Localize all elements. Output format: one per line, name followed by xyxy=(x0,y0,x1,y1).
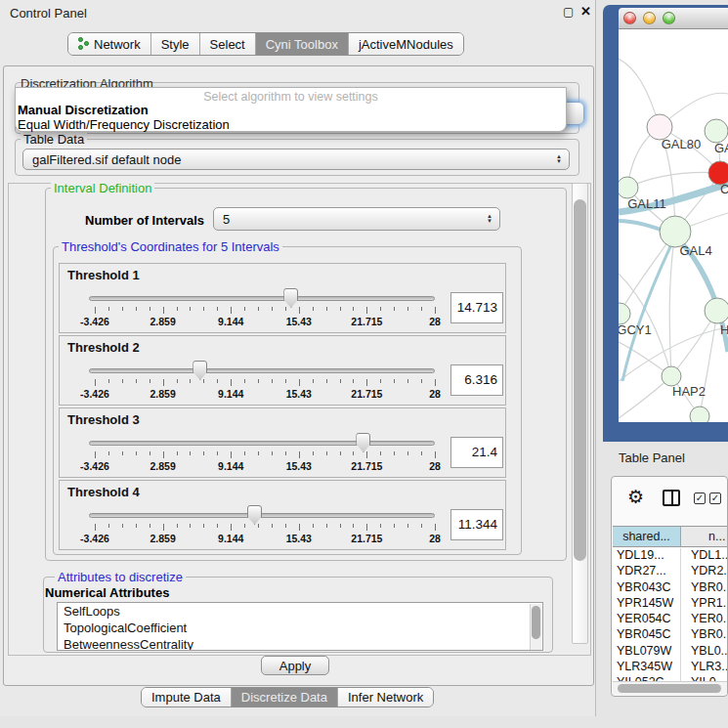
cell-name[interactable]: YBL0... xyxy=(681,644,728,660)
cell-shared-name[interactable]: YBR045C xyxy=(613,627,681,643)
tick-mark xyxy=(340,379,341,383)
tick-label: -3.426 xyxy=(80,533,109,544)
table-scrollbar-thumb[interactable] xyxy=(618,684,721,693)
cell-name[interactable]: YER0... xyxy=(681,612,728,627)
split-columns-icon[interactable] xyxy=(663,490,680,506)
attributes-scrollbar[interactable] xyxy=(530,604,541,651)
tab-infer-network[interactable]: Infer Network xyxy=(338,688,433,707)
tab-style[interactable]: Style xyxy=(151,33,200,55)
network-window-titlebar[interactable] xyxy=(619,8,728,29)
column-header-shared[interactable]: shared... xyxy=(613,527,681,546)
network-node[interactable] xyxy=(690,407,709,422)
panel-scrollbar[interactable] xyxy=(572,183,588,644)
network-node[interactable] xyxy=(619,303,630,324)
threshold-3-value-field[interactable]: 21.4 xyxy=(450,437,503,468)
checked-checkbox-icon[interactable]: ✓ xyxy=(709,492,721,504)
float-window-icon[interactable]: ▢ xyxy=(563,5,574,19)
tab-network[interactable]: Network xyxy=(68,33,151,55)
cell-shared-name[interactable]: YBR043C xyxy=(613,580,681,596)
cell-name[interactable]: YBR0... xyxy=(681,580,728,596)
tick-mark xyxy=(203,524,204,528)
table-horizontal-scrollbar[interactable] xyxy=(613,681,728,695)
threshold-4-value-field[interactable]: 11.344 xyxy=(450,509,503,540)
cell-name[interactable]: YPR1... xyxy=(681,596,728,612)
close-icon[interactable]: ✕ xyxy=(580,4,591,19)
attribute-list-item[interactable]: TopologicalCoefficient xyxy=(58,620,542,636)
network-node-label: GA xyxy=(714,141,728,155)
tick-mark xyxy=(394,307,395,311)
network-canvas[interactable]: GAL80GACGAL11GAL4GCY1HHAP2 xyxy=(619,29,728,422)
table-row[interactable]: YBR043CYBR0... xyxy=(613,580,728,596)
minimize-traffic-light[interactable] xyxy=(643,12,656,24)
attributes-scrollbar-thumb[interactable] xyxy=(532,606,540,639)
tick-label: 15.43 xyxy=(286,388,312,400)
cell-name[interactable]: YLR3... xyxy=(681,660,728,675)
tick-label: 2.859 xyxy=(150,533,175,544)
tick-label: 2.859 xyxy=(150,460,175,472)
column-header-name[interactable]: n... xyxy=(681,527,728,546)
table-row[interactable]: YLR345WYLR3... xyxy=(613,660,728,675)
threshold-3-slider-track[interactable] xyxy=(89,441,435,446)
threshold-4-label: Threshold 4 xyxy=(67,485,140,499)
tab-cyni-toolbox[interactable]: Cyni Toolbox xyxy=(256,33,349,55)
table-row[interactable]: YDL19...YDL1... xyxy=(613,548,728,564)
numerical-attributes-label: Numerical Attributes xyxy=(45,585,169,600)
cell-shared-name[interactable]: YDL19... xyxy=(613,548,681,564)
threshold-1-slider-track[interactable] xyxy=(89,296,435,301)
network-node[interactable] xyxy=(705,119,728,143)
network-node[interactable] xyxy=(619,177,638,198)
tick-mark xyxy=(353,524,354,528)
cell-shared-name[interactable]: YER054C xyxy=(613,612,681,627)
combo-spinner-icon: ▲▼ xyxy=(556,154,562,164)
threshold-1-value-field[interactable]: 14.713 xyxy=(450,292,503,323)
network-node[interactable] xyxy=(662,366,681,386)
tick-mark xyxy=(258,451,259,455)
cell-shared-name[interactable]: YPR145W xyxy=(613,596,681,612)
tick-label: 9.144 xyxy=(218,316,243,327)
threshold-2-value-field[interactable]: 6.316 xyxy=(450,364,503,396)
network-node-label: H xyxy=(720,322,728,337)
dropdown-hint: Select algorithm to view settings xyxy=(16,90,566,104)
cell-shared-name[interactable]: YBL079W xyxy=(613,644,681,660)
control-panel-title: Control Panel xyxy=(10,6,87,21)
threshold-4-slider-handle[interactable] xyxy=(247,505,262,525)
tab-label: Infer Network xyxy=(348,690,423,705)
threshold-2-slider-handle[interactable] xyxy=(193,361,207,380)
table-data-combo[interactable]: galFiltered.sif default node ▲▼ xyxy=(22,149,570,170)
dropdown-option-equal-width[interactable]: Equal Width/Frequency Discretization xyxy=(18,117,230,132)
tab-jactivemnodules[interactable]: jActiveMNodules xyxy=(349,33,463,55)
attribute-list-item[interactable]: BetweennessCentrality xyxy=(58,636,542,651)
tick-mark xyxy=(177,524,178,528)
tab-select[interactable]: Select xyxy=(200,33,256,55)
threshold-2-slider-track[interactable] xyxy=(89,368,435,373)
threshold-1-slider-handle[interactable] xyxy=(283,288,298,308)
apply-button[interactable]: Apply xyxy=(261,656,329,675)
panel-scrollbar-thumb[interactable] xyxy=(574,199,586,561)
threshold-3-slider-handle[interactable] xyxy=(356,433,370,452)
close-traffic-light[interactable] xyxy=(623,12,636,24)
table-row[interactable]: YDR27...YDR2... xyxy=(613,564,728,579)
table-row[interactable]: YBL079WYBL0... xyxy=(613,644,728,660)
cell-name[interactable]: YBR0... xyxy=(681,627,728,643)
zoom-traffic-light[interactable] xyxy=(663,12,675,24)
cell-shared-name[interactable]: YLR345W xyxy=(613,660,681,675)
checked-checkbox-icon[interactable]: ✓ xyxy=(694,492,706,504)
tab-discretize-data[interactable]: Discretize Data xyxy=(232,688,338,707)
table-row[interactable]: YER054CYER0... xyxy=(613,612,728,627)
table-row[interactable]: YPR145WYPR1... xyxy=(613,596,728,612)
cell-name[interactable]: YDL1... xyxy=(681,548,728,564)
attribute-list-item[interactable]: SelfLoops xyxy=(58,603,542,620)
cell-shared-name[interactable]: YDR27... xyxy=(613,564,681,579)
table-row[interactable]: YBR045CYBR0... xyxy=(613,627,728,643)
tab-impute-data[interactable]: Impute Data xyxy=(142,688,232,707)
number-of-intervals-combo[interactable]: 5 ▲▼ xyxy=(213,207,500,231)
numerical-attributes-list[interactable]: SelfLoopsTopologicalCoefficientBetweenne… xyxy=(57,602,543,651)
tick-mark xyxy=(285,379,286,383)
tick-mark xyxy=(136,524,137,528)
gear-icon[interactable]: ⚙ xyxy=(627,486,644,508)
dropdown-option-manual[interactable]: Manual Discretization xyxy=(18,103,149,117)
tick-mark xyxy=(95,307,96,314)
cell-name[interactable]: YDR2... xyxy=(681,564,728,579)
network-node[interactable] xyxy=(705,298,728,323)
tick-mark xyxy=(394,451,395,455)
